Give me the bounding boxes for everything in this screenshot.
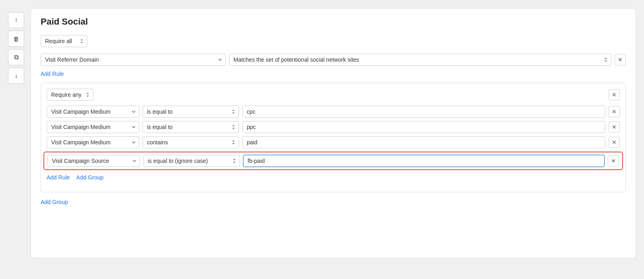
move-up-button[interactable]: ↑	[8, 12, 24, 28]
copy-icon: ⧉	[14, 54, 19, 61]
group-box: Require any Require all ✕ Visit Campaign…	[41, 83, 626, 192]
close-icon: ✕	[612, 124, 617, 130]
arrow-down-icon: ↓	[14, 72, 18, 79]
rule-3-close-button[interactable]: ✕	[609, 137, 620, 148]
sidebar-controls: ↑ 🗑 ⧉ ↓	[8, 12, 24, 258]
rule-2-value-input[interactable]	[242, 121, 605, 133]
move-down-button[interactable]: ↓	[8, 68, 24, 84]
rule-4-close-button[interactable]: ✕	[608, 155, 619, 167]
group-require-select[interactable]: Require any Require all	[47, 89, 93, 101]
top-require-row: Require all Require any	[41, 35, 626, 47]
rule-4-value-input[interactable]	[243, 155, 605, 167]
bottom-add-group-section: Add Group	[41, 199, 626, 211]
rule-1-field-select[interactable]: Visit Campaign Medium Visit Campaign Sou…	[47, 106, 139, 118]
group-footer-links: Add Rule Add Group	[47, 174, 620, 186]
top-require-select[interactable]: Require all Require any	[41, 35, 87, 47]
copy-button[interactable]: ⧉	[8, 49, 24, 65]
rule-4-field-select[interactable]: Visit Campaign Source Visit Campaign Med…	[47, 155, 140, 167]
delete-button[interactable]: 🗑	[8, 31, 24, 47]
bottom-add-group-link[interactable]: Add Group	[41, 199, 68, 205]
close-icon: ✕	[618, 56, 623, 63]
main-content: Paid Social Require all Require any Visi…	[31, 8, 636, 258]
rule-2-operator-select[interactable]: is equal to is not equal to contains is …	[142, 121, 239, 133]
group-add-rule-link[interactable]: Add Rule	[47, 174, 70, 181]
group-close-button[interactable]: ✕	[609, 89, 620, 100]
trash-icon: 🗑	[13, 35, 19, 42]
close-icon: ✕	[612, 139, 617, 146]
rule-row-2: Visit Campaign Medium Visit Campaign Sou…	[47, 121, 620, 133]
top-add-rule-link[interactable]: Add Rule	[41, 71, 64, 77]
rule-1-value-input[interactable]	[242, 106, 605, 118]
group-close-icon: ✕	[612, 92, 617, 98]
rule-2-field-select[interactable]: Visit Campaign Medium Visit Campaign Sou…	[47, 121, 139, 133]
group-header-row: Require any Require all ✕	[47, 89, 620, 101]
rule-3-value-input[interactable]	[242, 136, 605, 148]
close-icon: ✕	[612, 108, 617, 115]
rule-4-operator-select[interactable]: is equal to (ignore case) is equal to co…	[143, 155, 240, 167]
top-rule-close-button[interactable]: ✕	[615, 54, 626, 65]
top-rule-field-select[interactable]: Visit Referrer Domain Visit Campaign Med…	[41, 54, 226, 66]
rule-row-1: Visit Campaign Medium Visit Campaign Sou…	[47, 106, 620, 118]
rule-3-operator-select[interactable]: contains is equal to is not equal to is …	[142, 136, 239, 148]
top-rule-operator-select[interactable]: Matches the set of potentional social ne…	[229, 54, 611, 66]
group-add-group-link[interactable]: Add Group	[76, 174, 104, 181]
page-wrapper: ↑ 🗑 ⧉ ↓ Paid Social Require all Require …	[8, 8, 636, 258]
rule-row-4: Visit Campaign Source Visit Campaign Med…	[43, 152, 623, 170]
top-rule-row: Visit Referrer Domain Visit Campaign Med…	[41, 54, 626, 66]
close-icon: ✕	[611, 158, 616, 164]
rule-3-field-select[interactable]: Visit Campaign Medium Visit Campaign Sou…	[47, 136, 139, 148]
rule-1-close-button[interactable]: ✕	[609, 106, 620, 117]
rule-1-operator-select[interactable]: is equal to is not equal to contains is …	[142, 106, 239, 118]
rule-row-3: Visit Campaign Medium Visit Campaign Sou…	[47, 136, 620, 148]
page-title: Paid Social	[41, 17, 626, 27]
rule-2-close-button[interactable]: ✕	[609, 121, 620, 133]
arrow-up-icon: ↑	[14, 17, 18, 24]
